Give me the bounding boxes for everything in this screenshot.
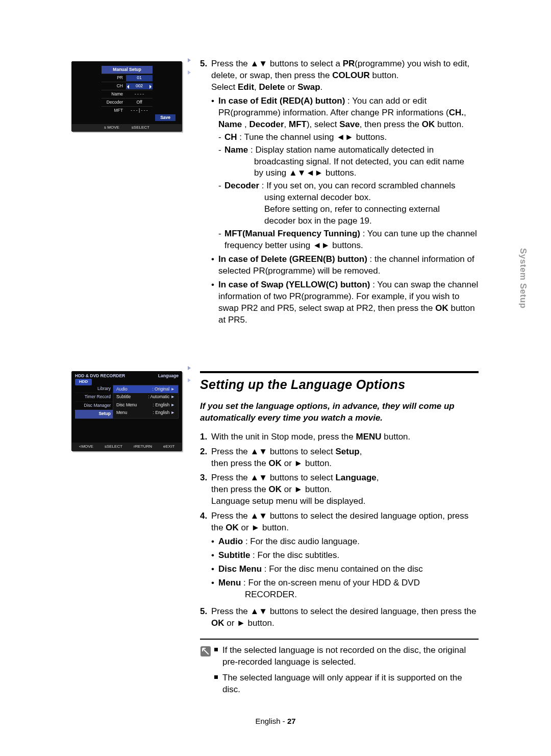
language-menu-screenshot: HDD & DVD RECORDER Language HDD Library … — [71, 371, 181, 451]
manual-setup-screenshot: Manual Setup PR01 CH002 Name- - - - Deco… — [71, 61, 181, 132]
note-box: If the selected language is not recorded… — [200, 639, 479, 700]
manual-setup-save: Save — [155, 114, 176, 121]
note-icon — [200, 645, 214, 700]
language-footer: <MOVE sSELECT rRETURN eEXIT — [72, 443, 182, 451]
page-footer: English - 27 — [0, 716, 551, 726]
delta-marker-icon — [188, 366, 195, 386]
section-lead: If you set the language options, in adva… — [200, 401, 479, 424]
language-nav: Library Timer Record Disc Manager Setup — [75, 385, 113, 419]
screen-title: Language — [158, 373, 179, 379]
step-text: Press the ▲▼ buttons to select a PR(prog… — [211, 58, 479, 328]
note-item: The selected language will only appear i… — [214, 672, 479, 696]
manual-setup-title: Manual Setup — [102, 66, 153, 74]
language-section: Setting up the Language Options If you s… — [200, 371, 479, 699]
note-item: If the selected language is not recorded… — [214, 645, 479, 668]
device-label: HDD & DVD RECORDER — [75, 373, 125, 379]
language-options: Audio: Original ► Subtitle: Automatic ► … — [113, 385, 179, 419]
step-number: 5. — [200, 58, 211, 328]
section-rule — [200, 371, 479, 373]
step5-block: 5. Press the ▲▼ buttons to select a PR(p… — [200, 58, 479, 331]
side-tab-label: System Setup — [517, 248, 529, 308]
section-heading: Setting up the Language Options — [200, 376, 479, 394]
hdd-badge: HDD — [75, 379, 92, 385]
manual-setup-footer: s MOVE sSELECT — [72, 124, 182, 131]
delta-marker-icon — [188, 58, 195, 79]
